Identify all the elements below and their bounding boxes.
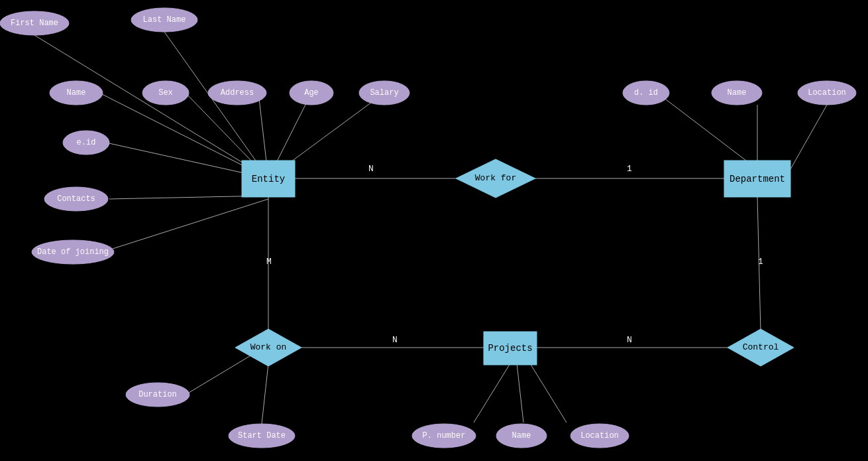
line-locationp-projects (530, 363, 567, 423)
line-lastname-entity (164, 32, 268, 178)
line-duration-workon (186, 355, 252, 395)
attr-startdate-label: Start Date (238, 431, 286, 440)
attr-duration-label: Duration (138, 390, 177, 399)
cardinality-1-workfor: 1 (627, 164, 632, 174)
attr-name-projects-label: Name (512, 431, 531, 440)
line-startdate-workon (262, 363, 268, 424)
attr-name-entity-label: Name (67, 88, 86, 98)
attr-address-label: Address (221, 88, 254, 98)
projects-label: Projects (488, 343, 532, 354)
attr-location-dept-label: Location (808, 88, 846, 98)
department-label: Department (730, 174, 785, 184)
workfor-label: Work for (475, 173, 516, 183)
line-pnumber-projects (474, 363, 510, 423)
attr-location-projects-label: Location (580, 431, 619, 440)
cardinality-m-workon: M (266, 257, 272, 267)
attr-contacts-label: Contacts (57, 194, 95, 204)
er-diagram: N 1 M N N 1 Entity Department Projects W… (0, 0, 868, 461)
cardinality-n-control: N (627, 335, 632, 345)
attr-age-label: Age (304, 88, 319, 98)
workon-label: Work on (250, 342, 287, 352)
line-locationd-dept (790, 105, 827, 169)
attr-name-dept-label: Name (728, 88, 747, 98)
attr-lastname-label: Last Name (143, 15, 186, 25)
attr-eid-label: e.id (77, 138, 96, 147)
attr-did-label: d. id (634, 88, 658, 98)
attr-salary-label: Salary (370, 88, 398, 98)
line-did-dept (666, 99, 757, 169)
attr-firstname-label: First Name (11, 19, 58, 28)
line-dateofjoining-entity (113, 199, 268, 249)
attr-sex-label: Sex (158, 88, 173, 98)
line-firstname-entity (34, 35, 268, 178)
attr-pnumber-label: P. number (423, 431, 466, 440)
entity-label: Entity (252, 174, 285, 184)
cardinality-n-workon: N (392, 335, 398, 345)
control-label: Control (743, 342, 779, 352)
attr-dateofjoining-label: Date of joining (37, 247, 109, 257)
cardinality-1-control: 1 (758, 257, 763, 267)
line-namep-projects (517, 363, 523, 423)
cardinality-n-workfor: N (368, 164, 374, 174)
